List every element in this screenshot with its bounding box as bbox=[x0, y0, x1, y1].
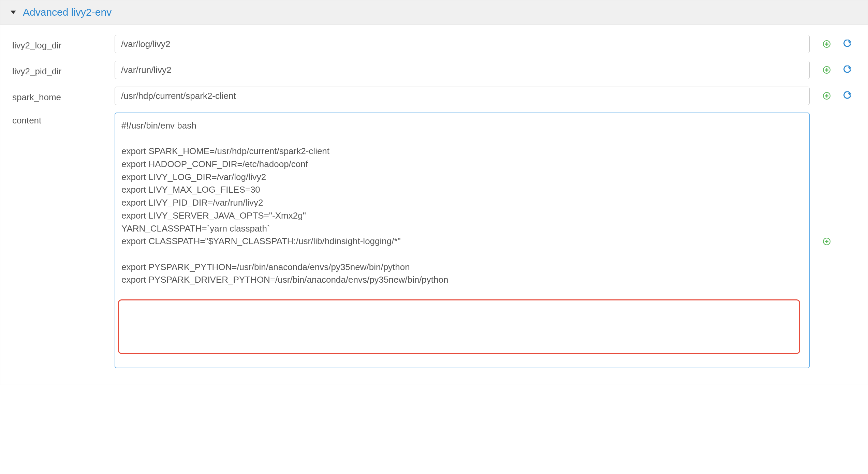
config-panel: Advanced livy2-env livy2_log_dir bbox=[0, 0, 868, 385]
input-livy2-pid-dir[interactable] bbox=[115, 61, 810, 79]
add-override-button[interactable] bbox=[822, 236, 832, 247]
caret-down-icon bbox=[11, 11, 16, 14]
reset-default-button[interactable] bbox=[842, 39, 852, 49]
textarea-content[interactable] bbox=[115, 113, 810, 368]
plus-icon bbox=[823, 40, 830, 48]
plus-icon bbox=[823, 92, 830, 100]
reset-default-button[interactable] bbox=[842, 65, 852, 75]
label-spark-home: spark_home bbox=[12, 89, 115, 103]
refresh-icon bbox=[843, 91, 852, 100]
panel-body: livy2_log_dir livy2_pid_dir bbox=[0, 25, 868, 385]
refresh-icon bbox=[843, 40, 852, 48]
panel-header[interactable]: Advanced livy2-env bbox=[0, 0, 868, 25]
label-livy2-pid-dir: livy2_pid_dir bbox=[12, 63, 115, 77]
add-override-button[interactable] bbox=[822, 91, 832, 101]
add-override-button[interactable] bbox=[822, 39, 832, 49]
input-spark-home[interactable] bbox=[115, 87, 810, 105]
refresh-icon bbox=[843, 65, 852, 74]
row-livy2-log-dir: livy2_log_dir bbox=[12, 35, 856, 53]
plus-icon bbox=[823, 238, 830, 245]
label-livy2-log-dir: livy2_log_dir bbox=[12, 38, 115, 51]
row-content: content bbox=[12, 113, 856, 370]
reset-default-button[interactable] bbox=[842, 91, 852, 101]
plus-icon bbox=[823, 66, 830, 74]
input-livy2-log-dir[interactable] bbox=[115, 35, 810, 53]
row-livy2-pid-dir: livy2_pid_dir bbox=[12, 61, 856, 79]
label-content: content bbox=[12, 113, 115, 126]
row-spark-home: spark_home bbox=[12, 87, 856, 105]
add-override-button[interactable] bbox=[822, 65, 832, 75]
panel-title: Advanced livy2-env bbox=[23, 6, 112, 18]
